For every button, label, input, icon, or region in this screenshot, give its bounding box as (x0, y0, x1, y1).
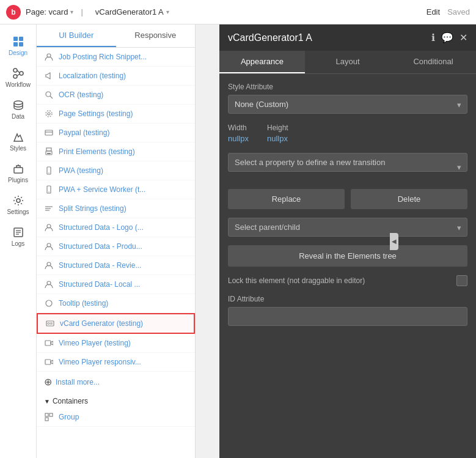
svg-rect-46 (49, 413, 53, 416)
plugin-item-structured-data-logo[interactable]: Structured Data - Logo (... (37, 218, 195, 237)
element-selector[interactable]: vCardGenerator1 A ▾ (95, 7, 169, 17)
install-more-label: Install more... (56, 378, 100, 386)
sidebar-item-data[interactable]: Data (0, 94, 36, 125)
plugin-item-pwa-sw[interactable]: PWA + Service Worker (t... (37, 180, 195, 199)
plugin-item-split-strings[interactable]: Split Strings (testing) (37, 199, 195, 218)
plugin-item-vimeo-player[interactable]: Vimeo Player (testing) (37, 334, 195, 353)
plugins-icon (12, 163, 24, 175)
tooltip-icon (44, 298, 54, 308)
plugin-item-name: PWA + Service Worker (t... (59, 185, 188, 194)
lock-checkbox[interactable] (456, 275, 467, 286)
close-icon[interactable]: ✕ (460, 32, 467, 43)
tab-layout[interactable]: Layout (305, 51, 390, 73)
reveal-elements-tree-button[interactable]: Reveal in the Elements tree (228, 245, 467, 267)
plugin-item-ocr[interactable]: OCR (testing) (37, 86, 195, 105)
svg-point-6 (13, 75, 17, 78)
page-selector[interactable]: Page: vcard ▾ (26, 7, 73, 17)
id-attribute-label: ID Attribute (228, 295, 467, 303)
plugin-item-name: Page Settings (testing) (59, 109, 188, 118)
plus-icon: ⊕ (44, 376, 52, 388)
action-buttons: Replace Delete (228, 189, 467, 209)
lock-row: Lock this element (not draggable in edit… (228, 275, 467, 286)
id-attribute-input[interactable] (228, 307, 467, 326)
svg-rect-2 (13, 42, 18, 46)
svg-rect-10 (14, 168, 23, 173)
parent-child-select[interactable]: Select parent/child (228, 218, 467, 237)
width-value: nullpx (228, 134, 249, 143)
design-label: Design (9, 50, 27, 56)
plugin-item-job-posting[interactable]: Job Posting Rich Snippet... (37, 48, 195, 67)
card-icon (44, 128, 54, 138)
sidebar-item-styles[interactable]: Styles (0, 126, 36, 157)
sidebar-item-logs[interactable]: Logs (0, 221, 36, 252)
plugin-item-print-elements[interactable]: Print Elements (testing) (37, 142, 195, 161)
plugin-item-structured-data-local[interactable]: Structured Data- Local ... (37, 275, 195, 294)
sidebar-item-design[interactable]: Design (0, 31, 36, 61)
svg-point-21 (46, 111, 52, 117)
tab-ui-builder[interactable]: UI Builder (37, 24, 116, 47)
tab-appearance[interactable]: Appearance (219, 51, 305, 73)
search-icon (44, 90, 54, 100)
install-more[interactable]: ⊕ Install more... (37, 372, 195, 392)
svg-line-8 (17, 74, 20, 76)
info-icon[interactable]: ℹ (431, 32, 435, 43)
svg-rect-47 (45, 418, 48, 421)
svg-point-12 (16, 199, 20, 202)
person-icon (44, 52, 54, 62)
plugin-item-name: Vimeo Player responsiv... (59, 358, 188, 366)
vcard-icon (45, 319, 55, 328)
sidebar-item-plugins[interactable]: Plugins (0, 158, 36, 188)
svg-point-38 (46, 300, 52, 306)
width-item: Width nullpx (228, 124, 249, 143)
print-icon (44, 147, 54, 157)
svg-point-5 (20, 72, 23, 75)
svg-point-40 (48, 323, 49, 325)
tab-responsive[interactable]: Responsive (116, 24, 196, 47)
plugin-item-page-settings[interactable]: Page Settings (testing) (37, 105, 195, 124)
main-layout: Design Workflow Data Style (0, 24, 476, 458)
tab-conditional[interactable]: Conditional (390, 51, 476, 73)
video-icon (44, 338, 54, 348)
plugin-item-localization[interactable]: Localization (testing) (37, 67, 195, 86)
plugin-item-pwa[interactable]: PWA (testing) (37, 161, 195, 180)
style-attribute-select[interactable]: None (Custom) (228, 95, 467, 114)
plugin-item-name: PWA (testing) (59, 166, 188, 175)
plugin-item-structured-data-revie[interactable]: Structured Data - Revie... (37, 256, 195, 275)
svg-point-9 (14, 101, 23, 105)
logs-icon (12, 226, 24, 238)
delete-button[interactable]: Delete (351, 189, 467, 209)
page-chevron-icon: ▾ (70, 9, 73, 15)
plugin-item-tooltip[interactable]: Tooltip (testing) (37, 294, 195, 313)
comment-icon[interactable]: 💬 (441, 32, 453, 43)
arrow-down-icon: ▼ (44, 398, 50, 405)
plugin-item-vimeo-responsive[interactable]: Vimeo Player responsiv... (37, 353, 195, 372)
app-logo: b (6, 5, 21, 20)
sidebar-item-settings[interactable]: Settings (0, 190, 36, 220)
plugin-item-name: Vimeo Player (testing) (59, 339, 188, 347)
plugin-item-group[interactable]: Group (37, 408, 195, 427)
styles-icon (12, 131, 24, 143)
plugin-panel-tabs: UI Builder Responsive (37, 24, 195, 48)
height-item: Height nullpx (267, 124, 288, 143)
svg-line-19 (50, 96, 53, 98)
svg-point-4 (13, 68, 17, 72)
dimensions-row: Width nullpx Height nullpx (228, 124, 467, 143)
vcard-header-icons: ℹ 💬 ✕ (431, 32, 467, 43)
plugin-item-name: Localization (testing) (59, 72, 188, 80)
svg-rect-22 (45, 130, 53, 135)
edit-button[interactable]: Edit (427, 7, 440, 17)
height-value: nullpx (267, 134, 288, 143)
plugin-item-vcard-generator[interactable]: vCard Generator (testing) (37, 313, 195, 334)
svg-rect-3 (19, 42, 23, 46)
svg-rect-43 (45, 341, 51, 345)
replace-button[interactable]: Replace (228, 189, 345, 209)
plugin-item-structured-data-produ[interactable]: Structured Data - Produ... (37, 237, 195, 256)
collapse-panel-button[interactable]: ◀ (390, 233, 398, 250)
transition-select[interactable]: Select a property to define a new transi… (228, 153, 467, 172)
workflow-icon (12, 67, 24, 79)
sidebar-item-workflow[interactable]: Workflow (0, 62, 36, 93)
settings-label: Settings (7, 209, 29, 215)
phone-icon (44, 166, 54, 175)
plugin-item-paypal[interactable]: Paypal (testing) (37, 124, 195, 142)
vcard-header: vCardGenerator1 A ℹ 💬 ✕ (219, 24, 476, 51)
